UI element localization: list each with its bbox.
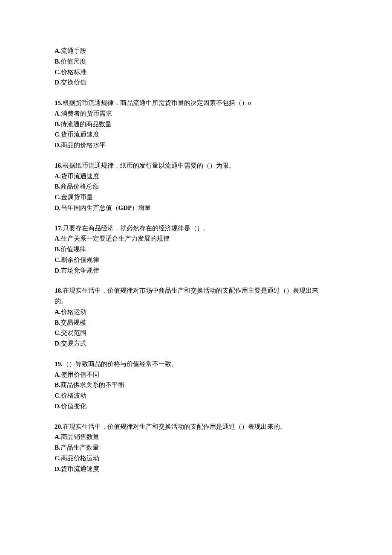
q15-stem: 15.根据货币流通规律，商品流通中所需货币量的决定因素不包括（）o [55,98,392,108]
q16-option-c: C.金属货币量 [55,192,392,203]
option-label: D. [55,204,61,211]
q18-option-c: C.交易范围 [55,328,392,338]
question-16: 16.根据纸币流通规律，纸币的发行量以流通中需要的（）为限。 A.货币流通速度 … [55,160,392,213]
option-text-pre: 当年国内生产总值（ [61,204,118,211]
option-label: B. [55,444,61,451]
q19-option-c: C.价格波动 [55,390,392,401]
q17-stem: 17.只要存在商品经济，就必然存在的经济规律是（）。 [55,223,392,234]
option-label: D. [55,79,61,86]
question-number: 15. [55,99,63,106]
q16-option-d: D.当年国内生产总值（GDP）增量 [55,203,392,213]
q20-option-b: B.产品生产数量 [55,442,392,453]
q19-option-a: A.使用价值不同 [55,369,392,380]
q17-option-b: B.价值规律 [55,244,392,255]
question-number: 18. [55,287,63,294]
q16-stem: 16.根据纸币流通规律，纸币的发行量以流通中需要的（）为限。 [55,160,392,171]
option-label: C. [55,392,61,399]
q16-option-a: A.货币流通速度 [55,171,392,182]
option-text: 流通手段 [61,47,86,54]
option-label: A. [55,235,61,242]
option-label: A. [55,433,61,440]
q20-option-d: D.货币流通速度 [55,464,392,474]
stem-text: 根据纸币流通规律，纸币的发行量以流通中需要的（）为限。 [63,162,235,169]
option-text: 价值尺度 [61,58,86,65]
stem-text: 在现实生活中，价值规律对生产和交换活动的支配作用是通过（）表现出来的。 [63,423,286,430]
option-text: 交易范围 [61,329,86,336]
option-text: 金属货币量 [61,194,93,200]
option-text: 交易方式 [61,340,86,347]
q18-option-d: D.交易方式 [55,338,392,349]
option-text: 商品价格总额 [61,183,99,190]
option-text: 待流通的商品数量 [61,121,112,128]
q19-stem: 19.（）导致商品的价格与价值经常不一致。 [55,359,392,369]
q20-stem: 20.在现实生活中，价值规律对生产和交换活动的支配作用是通过（）表现出来的。 [55,421,392,432]
option-text: 使用价值不同 [61,371,99,378]
question-15: 15.根据货币流通规律，商品流通中所需货币量的决定因素不包括（）o A.消费者的… [55,98,392,151]
q15-option-c: C.货币流通速度 [55,129,392,140]
option-label: C. [55,194,61,200]
option-text: 交换价值 [61,79,86,86]
option-label: C. [55,455,61,462]
option-text: 价格标准 [61,69,86,76]
option-text: 产品生产数量 [61,444,99,451]
option-text: 货币流通速度 [61,465,99,472]
option-label: B. [55,319,61,326]
option-text: 交易规模 [61,319,86,326]
question-number: 19. [55,360,63,367]
option-text: 价格波动 [61,392,86,399]
gdp-text: GDP [118,204,132,211]
option-label: D. [55,267,61,274]
option-label: A. [55,371,61,378]
option-text: 商品销售数量 [61,433,99,440]
option-label: B. [55,381,61,388]
q15-option-a: A.消费者的货币需求 [55,108,392,119]
option-text: 市场竞争规律 [61,267,99,274]
option-text: 生产关系一定要适合生产力发展的规律 [61,235,170,242]
q20-option-c: C.商品价格运动 [55,453,392,464]
q17-option-d: D.市场竞争规律 [55,265,392,276]
option-text: 货币流通速度 [61,131,99,138]
option-text-post: ）增量 [132,204,151,211]
question-18: 18.在现实生活中，价值规律对市场中商品生产和交换活动的支配作用主要是通过（）表… [55,285,392,349]
question-number: 16. [55,162,63,169]
q17-option-a: A.生产关系一定要适合生产力发展的规律 [55,233,392,244]
stem-text: 在现实生活中，价值规律对市场中商品生产和交换活动的支配作用主要是通过（）表现出来 [63,287,318,294]
q16-option-b: B.商品价格总额 [55,181,392,192]
q18-stem-line2: 的。 [55,296,392,307]
q14-option-d: D.交换价值 [55,77,392,88]
option-label: A. [55,173,61,180]
option-text: 价格运动 [61,308,86,315]
question-19: 19.（）导致商品的价格与价值经常不一致。 A.使用价值不同 B.商品供求关系的… [55,359,392,412]
option-text: 价值规律 [61,246,86,253]
stem-text: 只要存在商品经济，就必然存在的经济规律是（）。 [63,225,210,232]
q14-option-a: A.流通手段 [55,46,392,56]
option-label: B. [55,183,61,190]
stem-text: （）导致商品的价格与价值经常不一致。 [63,360,178,367]
q14-option-c: C.价格标准 [55,67,392,78]
option-label: A. [55,110,61,117]
option-label: D. [55,340,61,347]
q18-option-a: A.价格运动 [55,307,392,317]
option-text: 商品价格运动 [61,455,99,462]
option-label: D. [55,465,61,472]
q15-option-b: B.待流通的商品数量 [55,119,392,130]
option-text: 货币流通速度 [61,173,99,180]
option-label: B. [55,121,61,128]
q18-option-b: B.交易规模 [55,317,392,328]
option-text: 商品供求关系的不平衡 [61,381,124,388]
option-label: D. [55,142,61,148]
q17-option-c: C.剩余价值规律 [55,255,392,265]
option-label: A. [55,308,61,315]
question-number: 20. [55,423,63,430]
question-number: 17. [55,225,63,232]
option-label: B. [55,58,61,65]
q14-option-b: B.价值尺度 [55,56,392,67]
option-label: C. [55,256,61,263]
stem-text: 的。 [55,298,67,305]
option-label: D. [55,403,61,410]
q15-option-d: D.商品的价格水平 [55,140,392,151]
question-17: 17.只要存在商品经济，就必然存在的经济规律是（）。 A.生产关系一定要适合生产… [55,223,392,276]
option-label: C. [55,131,61,138]
option-text: 价值变化 [61,403,86,410]
q18-stem-line1: 18.在现实生活中，价值规律对市场中商品生产和交换活动的支配作用主要是通过（）表… [55,285,392,296]
